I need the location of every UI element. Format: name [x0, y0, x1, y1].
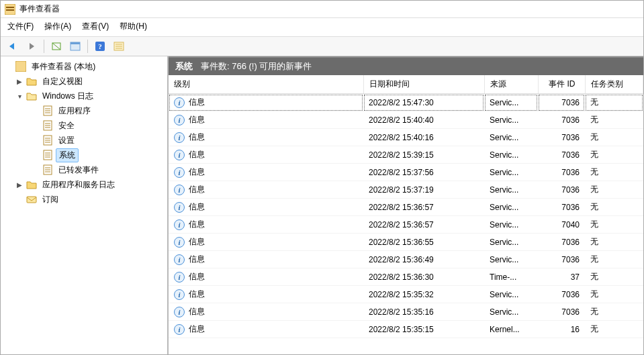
table-row[interactable]: i信息2022/8/2 15:35:15Kernel...16无	[169, 321, 643, 338]
cell-datetime: 2022/8/2 15:36:49	[363, 251, 484, 268]
tree-setup[interactable]: 设置	[2, 133, 166, 148]
tree-root[interactable]: 事件查看器 (本地)	[2, 59, 166, 74]
menu-action[interactable]: 操作(A)	[44, 21, 71, 32]
column-header-row[interactable]: 级别 日期和时间 来源 事件 ID 任务类别	[169, 75, 643, 94]
cell-eventid: 16	[538, 321, 585, 338]
cell-datetime: 2022/8/2 15:47:30	[363, 94, 484, 111]
list-header: 系统 事件数: 766 (!) 可用的新事件	[169, 56, 643, 75]
cell-source: Servic...	[484, 251, 538, 268]
tree-label: 应用程序	[56, 105, 93, 117]
folder-open-icon	[26, 91, 37, 101]
cell-task: 无	[585, 251, 643, 268]
tree-app-service-logs[interactable]: ▶ 应用程序和服务日志	[2, 177, 166, 192]
table-row[interactable]: i信息2022/8/2 15:36:57Servic...7036无	[169, 199, 643, 216]
tree-pane[interactable]: 事件查看器 (本地) ▶ 自定义视图 ▾ Windows 日志 应用程序	[1, 56, 169, 354]
cell-task: 无	[585, 94, 643, 111]
info-icon: i	[174, 272, 185, 283]
tree-forwarded[interactable]: 已转发事件	[2, 162, 166, 177]
cell-source: Time-...	[484, 268, 538, 286]
cell-source: Servic...	[484, 216, 538, 234]
help-button[interactable]: ?	[92, 39, 108, 54]
expander-icon[interactable]: ▶	[15, 78, 24, 85]
show-hide-tree-button[interactable]	[48, 39, 64, 54]
table-row[interactable]: i信息2022/8/2 15:35:16Servic...7036无	[169, 303, 643, 321]
svg-rect-1	[6, 7, 14, 8]
subscription-icon	[26, 194, 37, 205]
tree-label: 已转发事件	[56, 164, 101, 176]
col-task[interactable]: 任务类别	[585, 75, 643, 94]
col-level[interactable]: 级别	[169, 75, 363, 94]
cell-task: 无	[585, 286, 643, 303]
table-row[interactable]: i信息2022/8/2 15:35:32Servic...7036无	[169, 286, 643, 303]
table-row[interactable]: i信息2022/8/2 15:36:49Servic...7036无	[169, 251, 643, 268]
level-label: 信息	[189, 289, 205, 300]
table-row[interactable]: i信息2022/8/2 15:36:57Servic...7040无	[169, 216, 643, 234]
forward-button[interactable]	[24, 39, 40, 54]
cell-datetime: 2022/8/2 15:36:30	[363, 268, 484, 286]
cell-datetime: 2022/8/2 15:37:19	[363, 181, 484, 199]
tree-application[interactable]: 应用程序	[2, 103, 166, 118]
cell-eventid: 7036	[538, 251, 585, 268]
refresh-list-button[interactable]	[111, 39, 127, 54]
level-label: 信息	[189, 184, 205, 195]
table-row[interactable]: i信息2022/8/2 15:36:55Servic...7036无	[169, 234, 643, 251]
log-icon	[42, 164, 53, 175]
menu-help[interactable]: 帮助(H)	[120, 21, 147, 32]
cell-datetime: 2022/8/2 15:36:55	[363, 234, 484, 251]
cell-datetime: 2022/8/2 15:39:15	[363, 146, 484, 164]
cell-source: Servic...	[484, 129, 538, 146]
cell-datetime: 2022/8/2 15:35:32	[363, 286, 484, 303]
tree-label: 自定义视图	[40, 75, 85, 88]
level-label: 信息	[189, 114, 205, 125]
folder-icon	[26, 179, 37, 190]
info-icon: i	[174, 185, 185, 195]
main-area: 事件查看器 (本地) ▶ 自定义视图 ▾ Windows 日志 应用程序	[1, 56, 643, 354]
col-eventid[interactable]: 事件 ID	[538, 75, 585, 94]
cell-task: 无	[585, 199, 643, 216]
event-grid[interactable]: 级别 日期和时间 来源 事件 ID 任务类别 i信息2022/8/2 15:47…	[169, 75, 643, 354]
tree-custom-views[interactable]: ▶ 自定义视图	[2, 74, 166, 89]
table-row[interactable]: i信息2022/8/2 15:37:19Servic...7036无	[169, 181, 643, 199]
svg-rect-33	[27, 197, 36, 203]
table-row[interactable]: i信息2022/8/2 15:40:16Servic...7036无	[169, 129, 643, 146]
info-icon: i	[174, 219, 185, 230]
window-title: 事件查看器	[19, 3, 60, 15]
menu-view[interactable]: 查看(V)	[82, 21, 109, 32]
table-row[interactable]: i信息2022/8/2 15:36:30Time-...37无	[169, 268, 643, 286]
table-row[interactable]: i信息2022/8/2 15:39:15Servic...7036无	[169, 146, 643, 164]
expander-icon[interactable]: ▾	[15, 93, 24, 100]
col-source[interactable]: 来源	[484, 75, 538, 94]
menu-file[interactable]: 文件(F)	[7, 21, 34, 32]
info-icon: i	[174, 324, 185, 335]
table-row[interactable]: i信息2022/8/2 15:47:30Servic...7036无	[169, 94, 643, 111]
cell-task: 无	[585, 268, 643, 286]
table-row[interactable]: i信息2022/8/2 15:37:56Servic...7036无	[169, 164, 643, 181]
svg-rect-5	[71, 42, 80, 44]
info-icon: i	[174, 307, 185, 317]
cell-datetime: 2022/8/2 15:36:57	[363, 216, 484, 234]
titlebar: 事件查看器	[1, 1, 643, 18]
cell-eventid: 7040	[538, 216, 585, 234]
table-row[interactable]: i信息2022/8/2 15:40:40Servic...7036无	[169, 111, 643, 129]
cell-datetime: 2022/8/2 15:40:16	[363, 129, 484, 146]
expander-icon[interactable]: ▶	[15, 181, 24, 189]
cell-eventid: 7036	[538, 111, 585, 129]
cell-datetime: 2022/8/2 15:37:56	[363, 164, 484, 181]
cell-source: Servic...	[484, 286, 538, 303]
scope-label: 系统	[175, 60, 193, 72]
svg-rect-2	[6, 9, 14, 11]
tree-label: 设置	[56, 134, 77, 147]
properties-button[interactable]	[67, 39, 83, 54]
tree-subscriptions[interactable]: 订阅	[2, 192, 166, 207]
toolbar-separator	[44, 40, 44, 53]
tree-security[interactable]: 安全	[2, 118, 166, 133]
level-label: 信息	[189, 306, 205, 317]
level-label: 信息	[189, 132, 205, 143]
info-icon: i	[174, 202, 185, 213]
level-label: 信息	[189, 201, 205, 213]
col-datetime[interactable]: 日期和时间	[363, 75, 484, 94]
tree-system[interactable]: 系统	[2, 148, 166, 162]
toolbar-separator	[87, 40, 88, 53]
tree-windows-logs[interactable]: ▾ Windows 日志	[2, 89, 166, 103]
back-button[interactable]	[5, 39, 21, 54]
